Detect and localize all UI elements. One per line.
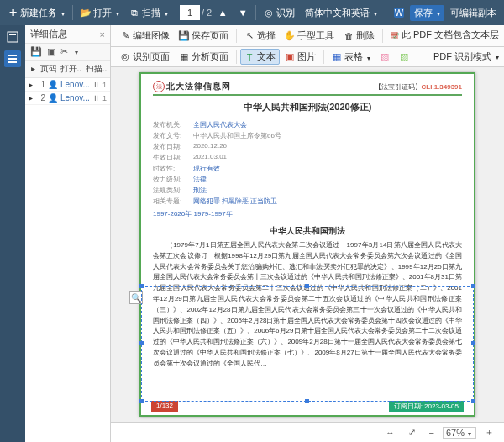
more-icon[interactable]: [73, 46, 78, 57]
pdf-icon: ▤: [389, 30, 399, 40]
mark: ⏸ 1: [92, 94, 107, 103]
close-icon[interactable]: ×: [100, 29, 105, 39]
next-page-button[interactable]: ▼: [234, 6, 252, 19]
hand-tool[interactable]: ✋手型工具: [281, 28, 339, 44]
fit-page-button[interactable]: ⤢: [404, 427, 421, 439]
svg-rect-1: [9, 34, 16, 35]
new-task-button[interactable]: ✚ 新建任务: [3, 5, 69, 21]
fit-width-icon: ↔: [386, 428, 396, 438]
region-extra2[interactable]: ▨: [395, 50, 413, 64]
cursor-icon: ↖: [244, 31, 255, 41]
user-icon: 👤: [48, 80, 58, 89]
language-value: 简体中文和英语: [305, 7, 370, 19]
region-image-button[interactable]: ▣图片: [281, 49, 320, 65]
edit-image-button[interactable]: ✎编辑图像: [116, 28, 174, 44]
language-select[interactable]: 简体中文和英语: [301, 5, 381, 21]
tab-pages[interactable]: ▸ 页码: [29, 62, 56, 76]
panel-title: 详细信息: [30, 28, 67, 40]
page-pane-toggle[interactable]: [4, 29, 21, 45]
subscribe-date: 订阅日期: 2023-03-05: [389, 401, 464, 412]
area-icon: ▧: [380, 52, 390, 62]
save-icon: 💾: [179, 31, 189, 41]
zoom-in-button[interactable]: ＋: [481, 425, 497, 439]
word-export-button[interactable]: W: [390, 6, 408, 19]
crop-icon[interactable]: ✂: [60, 46, 68, 57]
magnifier-icon[interactable]: 🔍: [129, 291, 143, 304]
prev-page-button[interactable]: ▲: [213, 6, 232, 19]
list-item[interactable]: ▸ 2 👤 Lenov... ⏸ 1: [25, 92, 110, 105]
analyze-page-button[interactable]: ▦分析页面: [175, 49, 233, 65]
arrow-down-icon: ▼: [238, 8, 248, 18]
chevron-down-icon: [163, 8, 168, 18]
recognize-button[interactable]: ◎ 识别: [260, 5, 299, 21]
page-num: 1: [35, 80, 45, 89]
chevron-down-icon: [435, 8, 440, 18]
page-footer: 1/132 订阅日期: 2023-03-05: [141, 399, 474, 415]
list-pane-toggle[interactable]: [4, 50, 21, 67]
expand-icon: ▸: [29, 93, 33, 103]
history-links[interactable]: 1997-2020年 1979-1997年: [153, 209, 462, 218]
open-label: 打开: [93, 7, 112, 19]
analyze-icon: ▦: [179, 52, 189, 62]
pdf-text-layer-note: ▤ 此 PDF 文档包含文本层: [384, 25, 504, 45]
page-number-input[interactable]: [180, 5, 200, 20]
arrow-up-icon: ▲: [218, 8, 228, 18]
save-icon[interactable]: 💾: [30, 46, 42, 57]
user-name: Lenov...: [60, 80, 90, 89]
site-logo: 法 北大法律信息网: [153, 81, 231, 92]
hand-icon: ✋: [285, 31, 295, 41]
ribbon-row-2: ◎识别页面 ▦分析页面 T文本 ▣图片 ▦表格 ▧ ▨ PDF 识别模式: [111, 47, 504, 67]
tab-open[interactable]: 打开...: [58, 62, 81, 76]
region-extra1[interactable]: ▧: [375, 50, 394, 64]
save-label: 保存: [414, 7, 433, 19]
pdf-mode-select[interactable]: PDF 识别模式: [428, 47, 504, 66]
select-tool[interactable]: ↖选择: [240, 28, 280, 44]
page-canvas: 🔍 法 北大法律信息网 【法宝引证码】CLI.1.349391: [139, 72, 475, 417]
page-total: / 2: [202, 8, 212, 18]
chevron-down-icon: [494, 51, 499, 61]
export-label: 可编辑副本: [450, 7, 496, 19]
chevron-down-icon: [372, 8, 377, 18]
level-link[interactable]: 法律: [193, 175, 207, 184]
user-name: Lenov...: [60, 93, 90, 103]
chevron-down-icon: [114, 8, 119, 18]
panel-mini-toolbar: 💾 ▣ ✂: [25, 44, 110, 61]
body-title: 中华人民共和国刑法: [153, 225, 462, 237]
export-copy-button[interactable]: 可编辑副本: [446, 5, 501, 21]
recognize-label: 识别: [276, 7, 295, 19]
save-page-button[interactable]: 💾保存页面: [175, 28, 233, 44]
save-button[interactable]: 保存: [410, 5, 444, 21]
scan-label: 扫描: [142, 7, 160, 19]
word-icon: W: [394, 8, 404, 18]
status-link[interactable]: 现行有效: [193, 164, 220, 173]
list-item[interactable]: ▸ 1 👤 Lenov... ⏸ 1: [25, 78, 110, 92]
recognize-page-button[interactable]: ◎识别页面: [116, 49, 174, 65]
region-text-button[interactable]: T文本: [240, 49, 280, 65]
tab-scan[interactable]: 扫描...: [83, 62, 107, 76]
category-link[interactable]: 刑法: [193, 186, 207, 195]
seal-icon: 法: [153, 81, 165, 92]
document-viewport[interactable]: 🔍 法 北大法律信息网 【法宝引证码】CLI.1.349391: [111, 67, 504, 422]
side-panel: 详细信息 × 💾 ▣ ✂ ▸ 页码 打开... 扫描... ▸ 1 👤 Leno…: [25, 25, 111, 442]
citation-code: 【法宝引证码】CLI.1.349391: [375, 82, 462, 92]
page-num: 2: [35, 93, 45, 103]
page-progress: 1/132: [151, 401, 178, 412]
fit-width-button[interactable]: ↔: [382, 427, 399, 439]
table-icon: ▦: [332, 52, 342, 62]
region-table-button[interactable]: ▦表格: [328, 49, 375, 65]
issuer-link[interactable]: 全国人民代表大会: [193, 120, 247, 129]
delete-button[interactable]: 🗑删除: [339, 28, 379, 44]
zoom-select[interactable]: 67%: [443, 427, 476, 439]
scan-button[interactable]: ⧉ 扫描: [125, 5, 172, 21]
fit-page-icon: ⤢: [407, 428, 417, 438]
zoom-out-button[interactable]: −: [426, 427, 438, 439]
plus-icon: ✚: [8, 8, 18, 18]
tags[interactable]: 网络犯罪 扫黑除恶 正当防卫: [193, 197, 277, 206]
new-icon[interactable]: ▣: [47, 46, 55, 57]
page-list: ▸ 1 👤 Lenov... ⏸ 1 ▸ 2 👤 Lenov... ⏸ 1: [25, 78, 110, 442]
open-button[interactable]: 📂 打开: [76, 5, 123, 21]
svg-rect-0: [8, 32, 18, 42]
main-toolbar: ✚ 新建任务 📂 打开 ⧉ 扫描 / 2 ▲ ▼ ◎ 识别 简体中文和英语 W …: [0, 0, 504, 25]
image-icon: ▣: [285, 52, 295, 62]
reader-statusbar: ↔ ⤢ − 67% ＋: [111, 422, 504, 442]
